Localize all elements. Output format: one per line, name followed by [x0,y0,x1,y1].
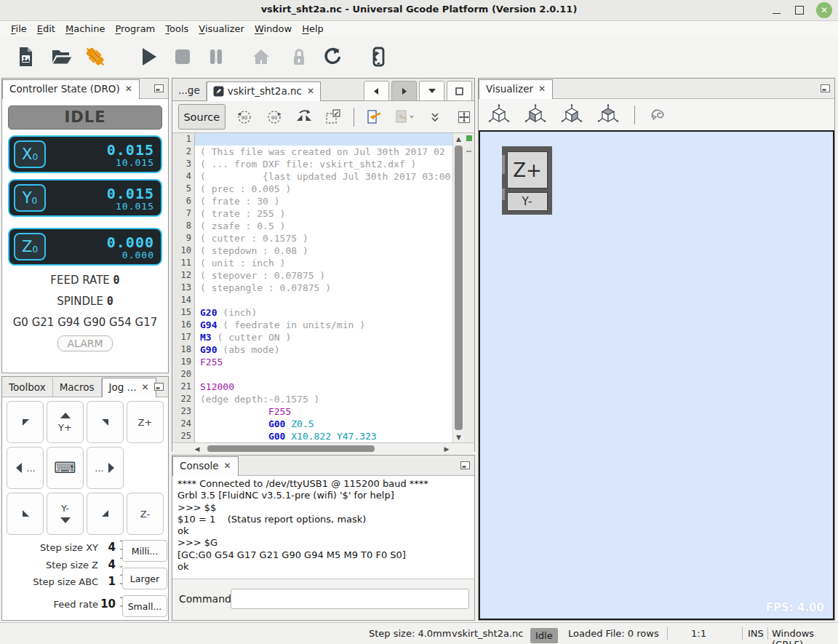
stepper-value-2[interactable]: 4 [95,558,116,571]
code-line-13[interactable]: 13( stepangle : 0.07875 ) [172,282,474,294]
horizontal-scroll-thumb[interactable] [207,445,375,452]
open-file-icon[interactable] [49,44,74,70]
minimize-panel-icon[interactable] [460,461,470,469]
menu-machine[interactable]: Machine [60,23,110,34]
code-line-23[interactable]: 23 F255 [172,405,474,418]
tab-jog-[interactable]: Jog ...✕ [102,378,156,397]
stepper-value-4[interactable]: 10 [95,597,116,611]
window-maximize-button[interactable] [791,3,807,17]
jog-y-pos-button[interactable]: Y+ [47,401,84,443]
code-line-17[interactable]: 17M3 ( cutter ON ) [172,331,474,343]
window-close-button[interactable]: ✕ [816,2,832,18]
orientation-cube[interactable]: Z+ Y- [502,146,552,215]
minimize-panel-icon[interactable] [154,383,164,391]
code-line-14[interactable]: 14 [172,294,474,306]
code-line-11[interactable]: 11( unit : inch ) [172,257,474,269]
menu-tools[interactable]: Tools [160,23,193,34]
jog-x-pos-y-pos-button[interactable] [87,401,124,443]
connect-icon[interactable] [83,44,108,70]
jog-keyboard-button[interactable]: ⌨ [47,447,84,489]
editor-vertical-scrollbar[interactable]: ▲ ▼ [452,133,464,442]
code-line-21[interactable]: 21S12000 [172,381,474,393]
gcode-editor[interactable]: 12( This file was created on Jul 30th 20… [172,133,474,442]
rotate-cw-90-icon[interactable]: 90 [264,106,284,128]
scroll-tabs-right-button[interactable] [391,81,417,101]
axis-zero-y-button[interactable]: Y0 [14,184,46,212]
jog-z-neg-button[interactable]: Z- [127,493,164,535]
stepper-value-3[interactable]: 1 [95,575,116,588]
code-line-19[interactable]: 19F255 [172,356,474,368]
iso-view-icon[interactable] [487,104,511,126]
close-icon[interactable]: ✕ [307,86,314,96]
status-insert-mode[interactable]: INS [748,628,764,639]
jog-y-neg-button[interactable]: Y- [47,493,84,535]
minimize-panel-icon[interactable] [821,84,830,92]
menu-window[interactable]: Window [250,23,297,34]
firmware-reset-icon[interactable] [365,44,390,70]
tab-console[interactable]: Console ✕ [172,456,239,476]
soft-reset-icon[interactable] [320,44,345,70]
console-output[interactable]: **** Connected to /dev/ttyUSB1 @ 115200 … [172,476,474,581]
menu-edit[interactable]: Edit [32,23,60,34]
visualizer-canvas[interactable]: Z+ Y- FPS: 4.00 [479,130,834,620]
menu-file[interactable]: File [6,23,32,34]
code-line-7[interactable]: 7( trate : 255 ) [172,207,474,220]
code-line-18[interactable]: 18G90 (abs mode) [172,343,474,356]
unit-button-larger[interactable]: Larger [122,568,167,589]
code-line-15[interactable]: 15G20 (inch) [172,306,474,319]
jog-x-pos-button[interactable]: ... [87,447,124,489]
tab-visualizer[interactable]: Visualizer ✕ [479,79,553,99]
collapse-all-icon[interactable] [425,106,445,128]
menu-help[interactable]: Help [297,23,329,34]
status-line-ending[interactable]: Windows (CRLF) [772,628,838,644]
pause-icon[interactable] [204,44,228,70]
close-icon[interactable]: ✕ [125,84,132,94]
code-line-2[interactable]: 2( This file was created on Jul 30th 201… [172,146,474,158]
code-line-5[interactable]: 5( prec : 0.005 ) [172,183,474,195]
code-line-22[interactable]: 22(edge depth:-0.1575 ) [172,393,474,405]
close-icon[interactable]: ✕ [538,84,546,94]
tab-vskirt-sht2a-nc[interactable]: vskirt_sht2a.nc✕ [207,82,321,101]
code-line-16[interactable]: 16G94 ( feedrate in units/min ) [172,319,474,331]
command-input[interactable] [231,589,469,609]
translate-icon[interactable] [324,106,344,128]
scroll-right-icon[interactable]: ▶ [441,443,452,454]
tab-macros[interactable]: Macros [53,378,102,397]
tab-controller-state[interactable]: Controller State (DRO) ✕ [2,79,140,99]
unit-button-small[interactable]: Small... [122,595,167,617]
orientation-cube-z-face[interactable]: Z+ [507,151,548,188]
window-minimize-button[interactable] [768,3,784,17]
jog-x-neg-button[interactable]: ... [7,447,44,489]
code-line-25[interactable]: 25 G00 X10.822 Y47.323 [172,430,474,442]
vertical-scroll-thumb[interactable] [455,146,463,430]
code-line-8[interactable]: 8( zsafe : 0.5 ) [172,220,474,232]
new-file-icon[interactable] [13,44,38,70]
scroll-up-icon[interactable]: ▲ [453,133,464,144]
mirror-icon[interactable] [294,106,314,128]
top-view-icon[interactable] [596,104,620,126]
code-line-12[interactable]: 12( stepover : 0.07875 ) [172,269,474,282]
scroll-down-icon[interactable]: ▼ [453,432,464,442]
code-line-20[interactable]: 20 [172,368,474,381]
unit-button-milli[interactable]: Milli... [122,540,167,562]
maximize-editor-button[interactable] [447,81,472,101]
code-line-10[interactable]: 10( stepdown : 0.08 ) [172,245,474,257]
jump-to-line-icon[interactable] [364,106,384,128]
menu-program[interactable]: Program [110,23,160,34]
expand-window-icon[interactable] [454,106,474,128]
left-view-icon[interactable] [524,104,547,126]
code-line-4[interactable]: 4( {last updated Jul 30th 2017 03:00 [172,170,474,183]
scroll-left-icon[interactable]: ◀ [191,443,203,454]
jog-z-pos-button[interactable]: Z+ [127,401,164,443]
tab-list-dropdown-button[interactable] [419,81,444,101]
menu-visualizer[interactable]: Visualizer [193,23,250,34]
code-line-6[interactable]: 6( frate : 30 ) [172,195,474,207]
code-line-24[interactable]: 24 G00 Z0.5 [172,418,474,430]
home-icon[interactable] [249,44,274,70]
jog-x-neg-y-pos-button[interactable] [7,401,44,443]
alarm-button[interactable]: ALARM [57,335,112,351]
code-line-1[interactable]: 1 [172,133,474,146]
jog-x-neg-y-neg-button[interactable] [7,493,44,535]
jog-x-pos-y-neg-button[interactable] [87,493,124,535]
editor-horizontal-scrollbar[interactable]: ◀ ▶ [172,442,474,454]
